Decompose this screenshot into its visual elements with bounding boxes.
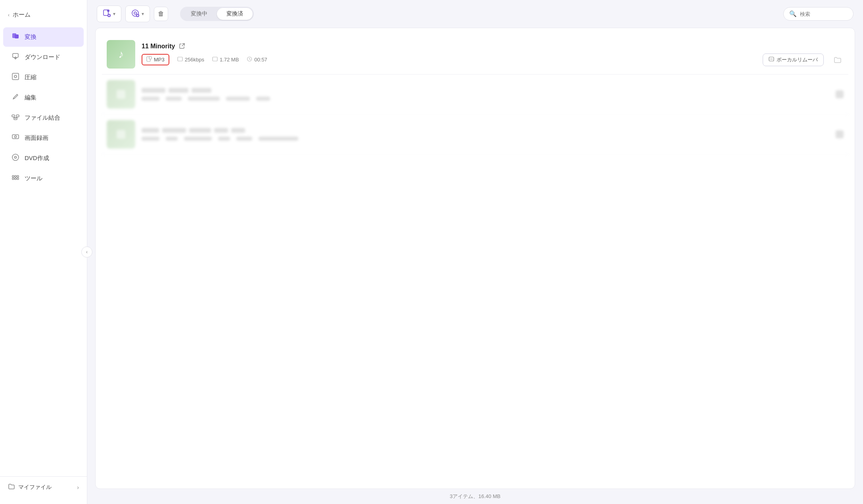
add-media-button[interactable]: ▾ [125, 6, 150, 22]
duration-meta: 00:57 [247, 56, 267, 63]
status-bar: 3アイテム、16.40 MB [87, 489, 863, 504]
convert-icon [11, 32, 20, 42]
bitrate-meta: 256kbps [177, 56, 204, 63]
sidebar-item-download[interactable]: ダウンロード [3, 48, 84, 67]
sidebar-item-label: 圧縮 [25, 74, 36, 81]
vocal-remover-button[interactable]: ボーカルリムーバ [763, 53, 824, 66]
blur-info [142, 128, 829, 141]
sidebar-item-screen[interactable]: 画面録画 [3, 128, 84, 148]
sidebar-item-tools[interactable]: ツール [3, 169, 84, 188]
merge-icon [11, 113, 20, 123]
file-thumbnail-blurred [107, 120, 135, 149]
file-title-row: 11 Minority [142, 43, 844, 50]
svg-point-30 [134, 12, 136, 14]
svg-rect-19 [15, 178, 16, 179]
svg-rect-4 [12, 73, 19, 80]
search-icon: 🔍 [789, 10, 797, 17]
file-thumbnail-blurred [107, 80, 135, 109]
chevron-down-icon: ▾ [113, 11, 115, 17]
chevron-left-icon: ‹ [8, 12, 10, 18]
sidebar-item-label: ツール [25, 175, 42, 182]
toolbar: ▾ ▾ 🗑 変換中 変換済 🔍 [87, 0, 863, 28]
svg-rect-11 [12, 135, 19, 139]
format-label: MP3 [154, 57, 165, 63]
external-link-icon[interactable] [179, 43, 185, 50]
svg-rect-18 [12, 178, 14, 179]
sidebar-item-convert[interactable]: 変換 [3, 27, 84, 47]
open-folder-button[interactable] [832, 54, 844, 66]
size-value: 1.72 MB [220, 57, 239, 63]
download-icon [11, 52, 20, 62]
file-thumbnail: ♪ [107, 40, 135, 69]
file-item-blurred [102, 74, 848, 115]
sidebar-my-files[interactable]: マイファイル › [0, 476, 87, 498]
delete-button[interactable]: 🗑 [154, 7, 168, 21]
bitrate-value: 256kbps [185, 57, 204, 63]
dvd-icon [11, 153, 20, 163]
sidebar-item-compress[interactable]: 圧縮 [3, 68, 84, 87]
search-input[interactable] [800, 11, 848, 17]
delete-icon: 🗑 [158, 10, 164, 17]
file-list: ♪ 11 Minority [95, 28, 855, 489]
sidebar: ‹ ホーム 変換 ダウンロード [0, 0, 87, 504]
duration-value: 00:57 [254, 57, 267, 63]
sidebar-item-label: DVD作成 [25, 155, 49, 162]
bitrate-icon [177, 56, 183, 63]
status-label: 3アイテム、16.40 MB [450, 493, 501, 499]
file-item-blurred [102, 115, 848, 155]
svg-point-13 [12, 154, 19, 160]
svg-rect-16 [15, 176, 16, 177]
vocal-remover-icon [769, 56, 774, 63]
sidebar-item-label: ダウンロード [25, 53, 60, 61]
chevron-right-icon: › [77, 484, 79, 491]
sidebar-home[interactable]: ‹ ホーム [0, 6, 87, 23]
search-box: 🔍 [783, 7, 853, 21]
vocal-remover-label: ボーカルリムーバ [777, 56, 818, 63]
sidebar-item-label: ファイル結合 [25, 114, 60, 122]
tab-group: 変換中 変換済 [180, 7, 254, 21]
svg-rect-33 [178, 57, 182, 61]
folder-icon [8, 483, 15, 491]
sidebar-item-label: 編集 [25, 94, 36, 101]
sidebar-item-merge[interactable]: ファイル結合 [3, 108, 84, 128]
svg-rect-17 [17, 176, 19, 177]
collapse-sidebar-button[interactable]: ‹ [81, 246, 92, 258]
size-icon [212, 56, 218, 63]
sidebar-item-dvd[interactable]: DVD作成 [3, 149, 84, 168]
screen-icon [11, 133, 20, 143]
sidebar-item-edit[interactable]: 編集 [3, 88, 84, 107]
svg-rect-20 [17, 178, 19, 179]
svg-rect-7 [16, 115, 19, 117]
sidebar-nav: 変換 ダウンロード 圧縮 [0, 27, 87, 476]
tab-converted[interactable]: 変換済 [217, 8, 253, 20]
svg-rect-32 [149, 57, 152, 59]
svg-rect-34 [213, 57, 217, 61]
tab-converting[interactable]: 変換中 [181, 8, 217, 20]
edit-icon [11, 93, 20, 103]
main-content: ▾ ▾ 🗑 変換中 変換済 🔍 [87, 0, 863, 504]
add-file-button[interactable]: ▾ [97, 6, 121, 22]
size-meta: 1.72 MB [212, 56, 239, 63]
format-badge[interactable]: MP3 [142, 54, 169, 65]
add-media-icon [131, 9, 139, 19]
compress-icon [11, 73, 20, 82]
file-item: ♪ 11 Minority [102, 34, 848, 74]
svg-point-14 [15, 157, 17, 158]
blur-info [142, 88, 829, 101]
home-label: ホーム [13, 11, 31, 19]
svg-rect-1 [15, 34, 19, 38]
svg-rect-15 [12, 176, 14, 177]
svg-point-5 [14, 75, 17, 78]
file-format-icon [146, 56, 152, 63]
svg-rect-6 [12, 115, 15, 117]
file-info: 11 Minority [142, 43, 844, 66]
file-meta-row: MP3 256kbps [142, 53, 844, 66]
music-note-icon: ♪ [118, 48, 124, 61]
my-files-label: マイファイル [18, 484, 52, 491]
svg-point-12 [15, 136, 17, 138]
file-name: 11 Minority [142, 43, 175, 50]
sidebar-item-label: 画面録画 [25, 134, 48, 142]
tools-icon [11, 174, 20, 183]
add-file-icon [103, 9, 111, 19]
clock-icon [247, 56, 252, 63]
